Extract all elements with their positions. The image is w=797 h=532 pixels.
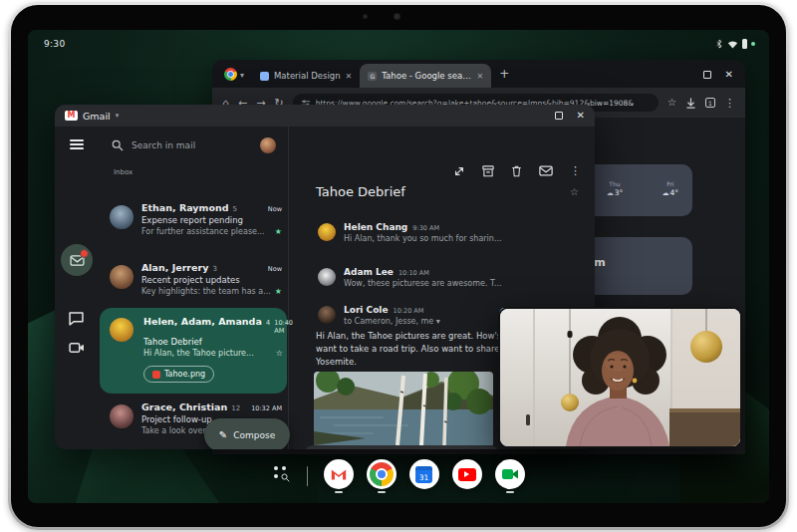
chrome-menu-icon[interactable]: ⋮ (724, 98, 735, 109)
tahoe-photo-attachment[interactable] (314, 372, 493, 445)
message-helen[interactable]: Helen Chang9:30 AM Hi Alan, thank you so… (318, 222, 587, 248)
rain-cloud-icon: ☁ (662, 189, 668, 197)
sender-avatar (110, 205, 133, 229)
email-list-pane: Search in mail Inbox Ethan, Raymond5Now … (100, 127, 289, 449)
youtube-icon (458, 468, 476, 481)
close-window-button[interactable]: ✕ (725, 70, 733, 80)
search-in-mail[interactable]: Search in mail (106, 134, 282, 156)
account-avatar[interactable] (260, 137, 276, 153)
taskbar-app-meet[interactable] (495, 459, 525, 493)
search-icon (112, 139, 124, 151)
tab-close-icon[interactable]: ✕ (477, 72, 484, 81)
image-file-icon (152, 371, 160, 379)
taskbar-divider (307, 466, 308, 486)
star-icon[interactable]: ☆ (272, 349, 283, 358)
battery-icon (742, 39, 747, 49)
chevron-down-icon[interactable]: ▾ (240, 71, 244, 80)
chrome-logo-icon[interactable] (224, 68, 237, 81)
bookmark-star-icon[interactable]: ☆ (667, 98, 676, 108)
expand-icon[interactable] (453, 165, 465, 177)
sender-avatar (318, 306, 336, 324)
weather-day: Thu ☁3° (607, 180, 624, 197)
delete-icon[interactable] (511, 165, 522, 177)
status-bar: 9:30 (28, 36, 769, 52)
privacy-indicator-dot (751, 42, 755, 46)
sender-avatar (110, 318, 133, 342)
tab-favicon: G (368, 72, 377, 81)
chrome-tab-strip: ▾ Material Design ✕ G Tahoe - Google sea… (212, 60, 745, 88)
gmail-nav-rail (55, 127, 100, 449)
email-row-alan[interactable]: Alan, Jerrery3Now Recent project updates… (100, 262, 286, 304)
sender-avatar (110, 265, 133, 289)
tab-tahoe-search[interactable]: G Tahoe - Google search ✕ (360, 64, 491, 88)
taskbar-app-youtube[interactable] (452, 459, 482, 493)
sender-avatar (318, 268, 336, 286)
tab-favicon (260, 72, 269, 81)
gmail-logo-icon: M (65, 111, 78, 121)
weather-day: Fri ☁4° (662, 180, 678, 197)
star-icon[interactable]: ★ (271, 287, 282, 296)
wifi-icon (727, 40, 738, 49)
thread-subject: Tahoe Debrief (316, 184, 405, 199)
close-window-button[interactable]: ✕ (577, 111, 585, 121)
tab-count-button[interactable]: 1 (705, 98, 715, 108)
restore-window-button[interactable] (555, 112, 563, 120)
chevron-down-icon[interactable]: ▾ (116, 112, 120, 120)
taskbar-app-calendar[interactable]: 31 (409, 459, 439, 493)
video-call-window[interactable] (498, 307, 742, 448)
download-icon[interactable] (685, 98, 696, 109)
more-options-icon[interactable]: ⋮ (570, 164, 581, 177)
email-row-selected-helen[interactable]: Helen, Adam, Amanda410:40 AM Tahoe Debri… (100, 308, 287, 394)
gmail-title-bar[interactable]: M Gmail ▾ ✕ (55, 105, 595, 127)
bluetooth-icon (715, 39, 723, 49)
meet-icon (501, 467, 519, 481)
screenshot-root: 9:30 ▾ Material Design ✕ G Tahoe (0, 0, 797, 532)
unread-badge (80, 249, 89, 258)
archive-icon[interactable] (482, 165, 494, 177)
nav-mail-selected[interactable] (61, 244, 93, 276)
message-adam[interactable]: Adam Lee10:10 AM Wow, these picturese ar… (318, 267, 587, 293)
clock: 9:30 (44, 39, 65, 49)
front-sensor-dot (363, 14, 368, 19)
hamburger-menu-icon[interactable] (70, 139, 84, 149)
taskbar-app-chrome[interactable] (367, 459, 397, 493)
app-grid-search[interactable] (273, 465, 291, 487)
chat-icon[interactable] (69, 312, 84, 326)
attachment-bar[interactable]: Tahoe.png ✕ (305, 445, 498, 449)
chevron-down-icon[interactable]: ▾ (436, 317, 440, 326)
inbox-label: Inbox (114, 168, 133, 176)
sender-avatar (318, 223, 336, 241)
sender-avatar (110, 404, 133, 428)
meet-video-icon[interactable] (69, 342, 85, 354)
email-row-ethan[interactable]: Ethan, Raymond5Now Expense report pendin… (100, 202, 286, 244)
attachment-chip[interactable]: Tahoe.png (143, 366, 214, 383)
search-icon (281, 473, 290, 482)
video-call-feed (500, 309, 740, 446)
star-icon[interactable]: ★ (271, 227, 282, 236)
front-camera-dot (394, 13, 400, 20)
compose-button[interactable]: ✎ Compose (204, 418, 290, 449)
chrome-icon (370, 462, 394, 486)
taskbar: 31 (28, 459, 769, 493)
taskbar-app-gmail[interactable] (324, 459, 354, 493)
search-placeholder: Search in mail (132, 140, 252, 150)
cloud-icon: ☁ (607, 189, 614, 197)
pencil-icon: ✎ (219, 429, 227, 440)
tab-material-design[interactable]: Material Design ✕ (252, 64, 360, 88)
mark-unread-icon[interactable] (539, 165, 553, 176)
new-tab-button[interactable]: + (499, 67, 509, 81)
tab-close-icon[interactable]: ✕ (346, 72, 353, 81)
restore-window-button[interactable] (703, 71, 711, 79)
calendar-icon: 31 (415, 466, 432, 483)
gmail-icon (330, 465, 348, 483)
screen: 9:30 ▾ Material Design ✕ G Tahoe (28, 30, 769, 503)
star-icon[interactable]: ☆ (570, 186, 579, 197)
